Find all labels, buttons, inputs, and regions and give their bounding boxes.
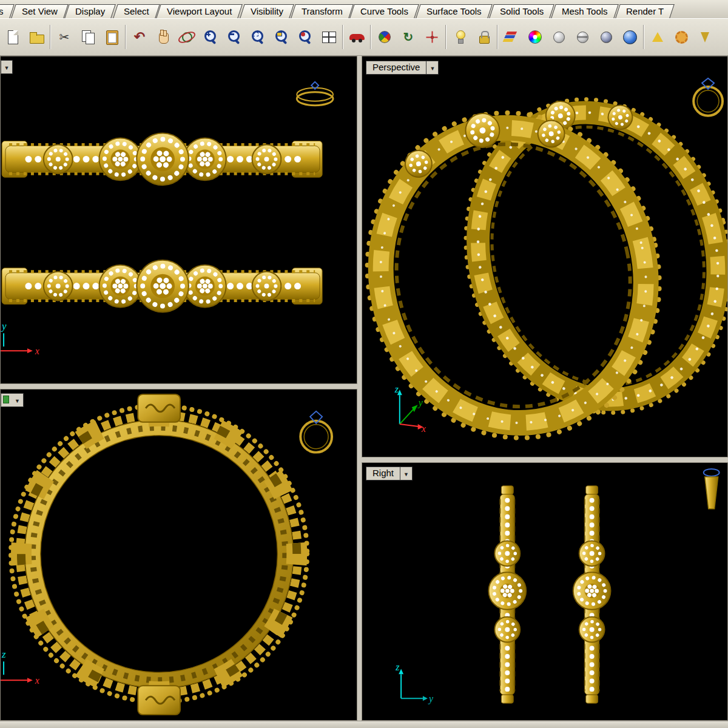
bangle-side-profile-2[interactable]	[2, 260, 322, 312]
ring-thumbnail-icon	[300, 411, 332, 453]
sphere-dark-icon[interactable]	[596, 27, 616, 47]
toolbar	[0, 18, 728, 56]
zoom-selected-icon[interactable]	[295, 27, 315, 47]
zoom-extents-icon[interactable]	[271, 27, 292, 47]
open-file-icon[interactable]	[26, 27, 47, 47]
toolbar-separator	[370, 25, 371, 49]
move-point-icon[interactable]	[422, 27, 442, 47]
bangle-edge-profile-1[interactable]	[488, 486, 526, 703]
menu-tab-render-tools[interactable]: Render T	[615, 4, 675, 18]
viewport-top[interactable]: z x ▼	[0, 389, 357, 721]
menu-tab-display[interactable]: Display	[65, 4, 116, 18]
viewport-front-label[interactable]: ▼	[1, 60, 13, 74]
viewport-perspective-title[interactable]: Perspective	[366, 61, 426, 75]
toolbar-separator	[50, 25, 51, 49]
layers-icon[interactable]	[501, 27, 522, 47]
new-file-icon[interactable]	[2, 27, 23, 47]
menu-tab-visibility[interactable]: Visibility	[240, 4, 294, 18]
svg-text:x: x	[421, 423, 426, 434]
lock-icon[interactable]	[473, 27, 494, 47]
menu-tab-transform[interactable]: Transform	[291, 4, 353, 18]
viewport-right[interactable]: z y Right ▼	[362, 462, 728, 721]
car-icon[interactable]	[346, 27, 367, 47]
top-view-canvas: z x	[1, 389, 357, 720]
right-view-canvas: z y	[362, 463, 727, 720]
copy-icon[interactable]	[78, 27, 98, 47]
cone-icon[interactable]	[695, 27, 715, 47]
pan-hand-icon[interactable]	[153, 27, 174, 47]
toolbar-separator	[125, 25, 126, 49]
svg-text:y: y	[417, 397, 423, 408]
sphere-banded-icon[interactable]	[572, 27, 593, 47]
viewport-top-dropdown[interactable]: ▼	[12, 393, 24, 407]
menu-bar: s Set View Display Select Viewport Layou…	[0, 0, 728, 18]
cut-icon[interactable]	[54, 27, 75, 47]
viewport-front[interactable]: y x ▼	[0, 56, 357, 384]
lightbulb-icon[interactable]	[450, 27, 470, 47]
status-bar	[0, 721, 728, 728]
toolbar-separator	[643, 25, 644, 49]
viewport-right-title[interactable]: Right	[366, 467, 400, 480]
bangle-top-view[interactable]	[11, 394, 308, 715]
viewport-top-label[interactable]: ▼	[1, 393, 24, 407]
viewport-perspective[interactable]: z y x Perspective ▼	[362, 56, 728, 457]
rotate-icon[interactable]	[398, 27, 419, 47]
viewport-front-dropdown[interactable]: ▼	[1, 60, 13, 74]
bangle-side-profile-1[interactable]	[2, 133, 322, 186]
svg-text:y: y	[1, 320, 7, 332]
compass-icon[interactable]	[374, 27, 395, 47]
perspective-view-canvas: z y x	[362, 56, 727, 457]
color-wheel-icon[interactable]	[525, 27, 545, 47]
orbit-icon[interactable]	[177, 27, 197, 47]
menu-tab-surface-tools[interactable]: Surface Tools	[416, 4, 493, 18]
zoom-out-icon[interactable]	[224, 27, 244, 47]
toolbar-separator	[445, 25, 447, 49]
axis-indicator: z x	[1, 649, 39, 686]
viewport-perspective-label[interactable]: Perspective ▼	[366, 61, 439, 75]
menu-tab-curve-tools[interactable]: Curve Tools	[350, 4, 419, 18]
zoom-in-icon[interactable]	[200, 27, 221, 47]
paste-icon[interactable]	[101, 27, 122, 47]
viewport-right-label[interactable]: Right ▼	[366, 467, 413, 480]
axis-indicator: y x	[1, 320, 39, 356]
viewport-perspective-dropdown[interactable]: ▼	[426, 61, 439, 75]
prism-icon[interactable]	[647, 27, 668, 47]
bangle-edge-profile-2[interactable]	[573, 486, 611, 703]
svg-text:z: z	[1, 649, 6, 660]
menu-tab-select[interactable]: Select	[113, 4, 160, 18]
viewport-layout-icon[interactable]	[318, 27, 339, 47]
toolbar-separator	[497, 25, 498, 49]
svg-text:y: y	[428, 693, 434, 704]
active-viewport-chip	[1, 393, 12, 407]
menu-tab-set-view[interactable]: Set View	[11, 4, 68, 18]
sphere-blue-icon[interactable]	[619, 27, 640, 47]
svg-text:x: x	[35, 675, 39, 686]
menu-tab-mesh-tools[interactable]: Mesh Tools	[551, 4, 618, 18]
menu-tab-solid-tools[interactable]: Solid Tools	[489, 4, 554, 18]
viewport-right-dropdown[interactable]: ▼	[400, 467, 413, 480]
menu-tab-viewport-layout[interactable]: Viewport Layout	[157, 4, 243, 18]
axis-indicator: z y	[395, 662, 434, 704]
mandrel-thumbnail-icon	[704, 469, 720, 509]
front-view-canvas: y x	[1, 56, 357, 383]
application-window: s Set View Display Select Viewport Layou…	[0, 0, 728, 728]
undo-icon[interactable]	[129, 27, 150, 47]
gears-icon[interactable]	[671, 27, 692, 47]
bangle-thumbnail-icon	[297, 82, 333, 106]
toolbar-separator	[342, 25, 343, 49]
svg-text:z: z	[394, 384, 399, 394]
svg-text:x: x	[35, 346, 39, 356]
ring-thumbnail-icon	[693, 78, 723, 116]
sphere-shaded-icon[interactable]	[548, 27, 569, 47]
zoom-window-icon[interactable]	[248, 27, 268, 47]
svg-text:z: z	[395, 662, 399, 672]
